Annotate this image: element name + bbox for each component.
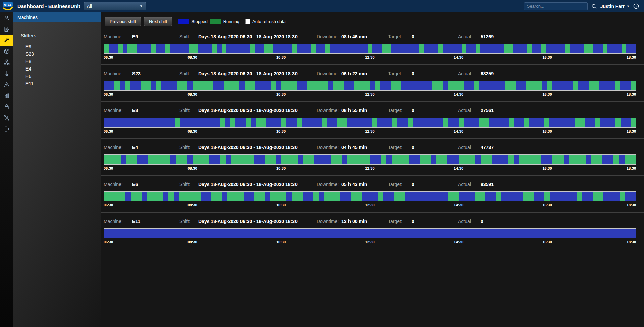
stopped-segment xyxy=(297,81,307,90)
running-segment xyxy=(177,81,187,90)
topbar: RTLS Dashboard - BusinessUnit All ▼ Just… xyxy=(0,0,644,12)
stopped-segment xyxy=(620,81,631,90)
running-segment xyxy=(224,81,239,90)
running-segment xyxy=(104,44,109,53)
machine-timeline xyxy=(104,118,636,128)
previous-shift-button[interactable]: Previous shift xyxy=(105,17,141,26)
tools-icon[interactable] xyxy=(0,112,13,123)
running-segment xyxy=(168,192,174,201)
sidebar-item-e11[interactable]: E11 xyxy=(13,80,101,87)
machine-timeline xyxy=(104,228,636,238)
stopped-segment xyxy=(217,44,222,53)
machine-row-header: Machine: E4 Shift: Days 18-Aug-2020 06:3… xyxy=(101,145,644,151)
stopped-segment xyxy=(372,44,382,53)
sidebar-item-e4[interactable]: E4 xyxy=(13,65,101,73)
running-segment xyxy=(118,44,123,53)
actual-value: 0 xyxy=(481,219,644,224)
running-segment xyxy=(337,118,347,127)
maintenance-icon[interactable] xyxy=(0,35,13,46)
package-icon[interactable] xyxy=(0,46,13,57)
running-segment xyxy=(131,192,142,201)
running-segment xyxy=(622,44,626,53)
stopped-segment xyxy=(286,118,296,127)
stopped-segment xyxy=(600,118,615,127)
shift-label: Shift: xyxy=(179,34,198,39)
machines-panel: Machines Slitters E9S23E8E4E6E11 xyxy=(13,12,101,327)
logout-icon[interactable] xyxy=(0,123,13,134)
target-label: Target: xyxy=(388,145,412,150)
stopped-segment xyxy=(222,192,227,201)
sidebar-item-e9[interactable]: E9 xyxy=(13,43,101,50)
running-segment xyxy=(347,155,370,164)
running-segment xyxy=(270,192,286,201)
downtime-value: 08 h 46 min xyxy=(341,34,388,39)
running-segment xyxy=(625,155,636,164)
alerts-icon[interactable] xyxy=(0,79,13,90)
actual-label: Actual xyxy=(458,108,481,113)
sidebar-item-e6[interactable]: E6 xyxy=(13,73,101,80)
security-icon[interactable] xyxy=(0,101,13,112)
stopped-segment xyxy=(586,155,591,164)
sidebar-item-s23[interactable]: S23 xyxy=(13,50,101,58)
stopped-segment xyxy=(340,192,351,201)
running-segment xyxy=(231,155,254,164)
stopped-segment xyxy=(514,118,524,127)
chevron-down-icon: ▼ xyxy=(627,5,630,8)
business-unit-select[interactable]: All ▼ xyxy=(84,2,146,10)
report-icon[interactable] xyxy=(0,24,13,35)
legend-label: Running xyxy=(223,19,239,24)
axis-tick: 06:30 xyxy=(104,92,113,96)
actual-label: Actual xyxy=(458,71,481,76)
stopped-segment xyxy=(266,118,281,127)
running-segment xyxy=(303,155,314,164)
auto-refresh-checkbox[interactable] xyxy=(245,19,250,24)
downtime-value: 08 h 55 min xyxy=(341,108,388,113)
time-axis: 06:3008:3010:3012:3014:3016:3018:30 xyxy=(104,129,636,134)
stopped-segment xyxy=(314,155,331,164)
search-input[interactable] xyxy=(524,2,588,10)
running-segment xyxy=(573,81,579,90)
user-name-label: Justin Farr xyxy=(600,4,625,9)
running-segment xyxy=(104,192,125,201)
stopped-segment xyxy=(239,81,245,90)
axis-tick: 08:30 xyxy=(187,55,197,59)
target-label: Target: xyxy=(388,219,412,224)
user-menu[interactable]: Justin Farr ▼ xyxy=(600,4,630,9)
sidebar-item-e8[interactable]: E8 xyxy=(13,58,101,65)
stopped-segment xyxy=(213,81,224,90)
auto-refresh-label[interactable]: Auto refresh data xyxy=(252,19,286,24)
stopped-segment xyxy=(170,155,176,164)
info-icon[interactable] xyxy=(633,3,639,9)
stopped-segment xyxy=(104,81,114,90)
running-segment xyxy=(408,118,413,127)
stopped-segment xyxy=(391,44,419,53)
stopped-segment xyxy=(466,44,476,53)
axis-tick: 18:30 xyxy=(627,92,636,96)
target-label: Target: xyxy=(388,108,412,113)
running-segment xyxy=(212,44,217,53)
stopped-segment xyxy=(401,81,432,90)
statistics-icon[interactable] xyxy=(0,90,13,101)
sensor-icon[interactable] xyxy=(0,68,13,79)
page-title: Dashboard - BusinessUnit xyxy=(17,3,80,9)
stopped-segment xyxy=(198,44,212,53)
rtls-logo-icon: RTLS xyxy=(2,2,13,11)
stopped-segment xyxy=(602,155,613,164)
actual-value: 51269 xyxy=(481,34,644,39)
stopped-segment xyxy=(383,192,394,201)
stopped-segment xyxy=(265,192,270,201)
machines-icon[interactable] xyxy=(0,57,13,68)
running-segment xyxy=(265,155,276,164)
target-label: Target: xyxy=(388,71,412,76)
next-shift-button[interactable]: Next shift xyxy=(144,17,172,26)
running-segment xyxy=(193,155,209,164)
stopped-segment xyxy=(120,81,125,90)
stopped-segment xyxy=(187,155,193,164)
running-segment xyxy=(504,44,513,53)
time-axis: 06:3008:3010:3012:3014:3016:3018:30 xyxy=(104,55,636,60)
stopped-segment xyxy=(377,118,392,127)
search-icon[interactable] xyxy=(591,3,597,9)
operator-icon[interactable] xyxy=(0,12,13,24)
running-segment xyxy=(631,81,636,90)
axis-tick: 06:30 xyxy=(104,203,113,207)
